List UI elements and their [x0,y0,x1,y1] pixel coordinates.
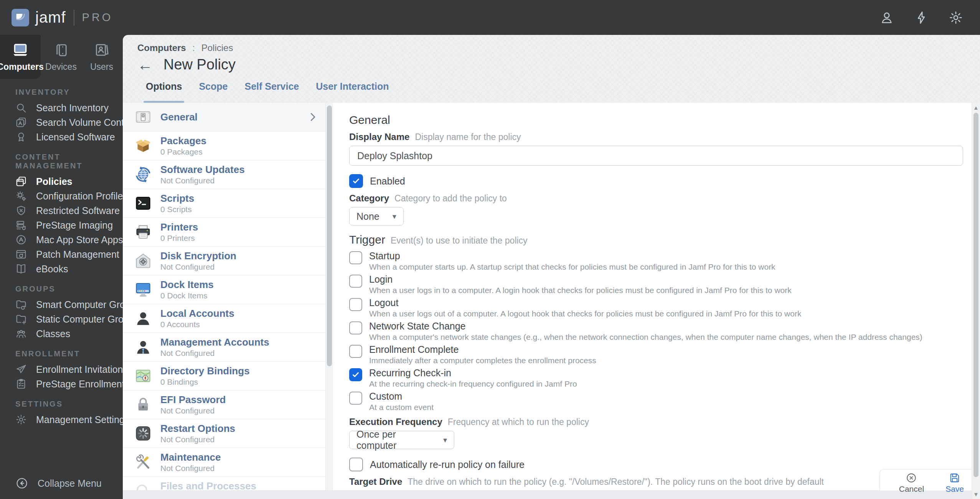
rerun-on-failure-label: Automatically re-run policy on failure [370,459,525,470]
scroll-up-icon[interactable]: ▲ [972,105,980,110]
sidebar-item-label: Policies [36,176,73,187]
settings-item-title: Maintenance [160,451,221,463]
device-tab-devices[interactable]: Devices [41,35,81,79]
trigger-custom-checkbox[interactable] [349,392,362,405]
settings-item-dock-items[interactable]: Dock Items0 Dock Items [123,275,325,304]
settings-item-title: Printers [160,221,198,233]
settings-item-text: Disk EncryptionNot Configured [160,250,236,272]
trigger-event-text: CustomAt a custom event [369,390,434,412]
settings-item-disk-encryption[interactable]: Disk EncryptionNot Configured [123,247,325,275]
printers-icon [134,223,152,241]
trigger-network-state-change-checkbox[interactable] [349,321,362,334]
sidebar-item-static-computer-groups[interactable]: Static Computer Groups [0,312,123,326]
chevron-right-icon [307,111,318,123]
trigger-login-checkbox[interactable] [349,275,362,288]
sidebar-item-enrollment-invitations[interactable]: Enrollment Invitations [0,362,123,377]
main-scrollbar[interactable]: ▲ ▼ [972,103,980,499]
policies-icon [15,176,27,187]
jamf-pro-logo[interactable]: jamf PRO [12,9,113,26]
sidebar-item-configuration-profiles[interactable]: Configuration Profiles [0,189,123,203]
tab-options[interactable]: Options [137,79,190,103]
sidebar-item-prestage-imaging[interactable]: PreStage Imaging [0,218,123,232]
tab-user-interaction[interactable]: User Interaction [307,79,397,103]
target-drive-label-row: Target DriveThe drive on which to run th… [349,477,963,487]
rerun-on-failure-checkbox[interactable] [349,458,363,471]
cancel-button[interactable]: Cancel [899,472,924,494]
save-button[interactable]: Save [945,472,964,494]
enabled-checkbox[interactable] [349,174,363,188]
tab-scope[interactable]: Scope [190,79,236,103]
trigger-startup-checkbox[interactable] [349,251,362,264]
trigger-event-label: Enrollment Complete [369,344,596,355]
nav-section-inventory: INVENTORYSearch InventorySearch Volume C… [0,88,123,144]
settings-item-software-updates[interactable]: Software UpdatesNot Configured [123,160,325,189]
scroll-down-icon[interactable]: ▼ [972,491,980,497]
settings-list-scrollbar-thumb[interactable] [327,105,332,366]
search-icon [15,102,27,114]
device-tab-users[interactable]: Users [81,35,122,79]
back-arrow-icon[interactable]: ← [137,57,153,72]
display-name-label: Display Name [349,132,409,142]
sidebar-item-smart-computer-groups[interactable]: Smart Computer Groups [0,297,123,312]
sidebar-item-mac-app-store-apps[interactable]: Mac App Store Apps [0,232,123,247]
execution-frequency-select[interactable]: Once per computer ▾ [349,431,454,449]
settings-item-scripts[interactable]: Scripts0 Scripts [123,189,325,218]
settings-item-sub: Not Configured [160,349,269,358]
settings-item-title: Local Accounts [160,308,234,319]
trigger-logout-checkbox[interactable] [349,298,362,311]
sidebar-item-prestage-enrollments[interactable]: PreStage Enrollments [0,377,123,391]
settings-item-text: General [160,111,198,123]
nav-section-title: INVENTORY [0,88,123,100]
sidebar-item-label: eBooks [36,263,68,275]
category-select[interactable]: None ▾ [349,207,404,226]
footer-strip [123,490,980,499]
main-scrollbar-thumb[interactable] [973,113,978,477]
account-icon[interactable] [879,10,894,25]
settings-item-title: Restart Options [160,423,235,434]
patch-icon [15,249,27,260]
sidebar-item-search-volume-content[interactable]: Search Volume Content [0,115,123,130]
smart-group-icon [15,299,27,310]
mas-icon [15,234,27,245]
sidebar-item-policies[interactable]: Policies [0,174,123,189]
collapse-menu-button[interactable]: Collapse Menu [15,477,102,490]
breadcrumb-computers[interactable]: Computers [137,43,186,53]
sidebar-item-management-settings[interactable]: Management Settings [0,412,123,427]
settings-item-efi-password[interactable]: EFI PasswordNot Configured [123,390,325,419]
execution-frequency-value: Once per computer [356,429,430,451]
content-panel: GeneralPackages0 PackagesSoftware Update… [123,103,980,499]
trigger-event-desc: At the recurring check-in frequency conf… [369,379,577,388]
sidebar-item-licensed-software[interactable]: Licensed Software [0,130,123,144]
nav-section-title: GROUPS [0,285,123,297]
settings-item-directory-bindings[interactable]: Directory Bindings0 Bindings [123,362,325,390]
sidebar-item-search-inventory[interactable]: Search Inventory [0,100,123,115]
trigger-enrollment-complete-checkbox[interactable] [349,345,362,358]
breadcrumb-policies[interactable]: Policies [201,43,233,53]
device-tab-computers[interactable]: Computers [0,35,41,79]
tab-self-service[interactable]: Self Service [236,79,307,103]
settings-item-printers[interactable]: Printers0 Printers [123,218,325,247]
disk-encryption-icon [134,252,152,270]
sidebar-item-label: Configuration Profiles [36,191,128,202]
trigger-recurring-check-in-checkbox[interactable] [349,368,362,381]
sidebar-item-restricted-software[interactable]: Restricted Software [0,203,123,218]
sidebar-item-label: Licensed Software [36,132,115,143]
settings-item-text: MaintenanceNot Configured [160,451,221,473]
trigger-event-network-state-change: Network State ChangeWhen a computer's ne… [349,320,963,341]
sidebar-item-ebooks[interactable]: eBooks [0,262,123,276]
trigger-event-desc: When a computer's network state changes … [369,333,922,341]
sidebar-item-classes[interactable]: Classes [0,326,123,341]
settings-item-packages[interactable]: Packages0 Packages [123,132,325,160]
settings-item-text: EFI PasswordNot Configured [160,394,226,415]
settings-item-local-accounts[interactable]: Local Accounts0 Accounts [123,304,325,333]
gear-icon[interactable] [949,10,963,25]
settings-item-maintenance[interactable]: MaintenanceNot Configured [123,448,325,477]
bolt-icon[interactable] [914,10,929,25]
sidebar-item-patch-management[interactable]: Patch Management [0,247,123,262]
display-name-input[interactable] [349,146,963,166]
settings-item-management-accounts[interactable]: Management AccountsNot Configured [123,333,325,362]
trigger-event-label: Custom [369,390,434,402]
settings-item-restart-options[interactable]: Restart OptionsNot Configured [123,419,325,448]
settings-item-general[interactable]: General [123,103,325,132]
settings-list-scrollbar[interactable] [325,103,333,499]
